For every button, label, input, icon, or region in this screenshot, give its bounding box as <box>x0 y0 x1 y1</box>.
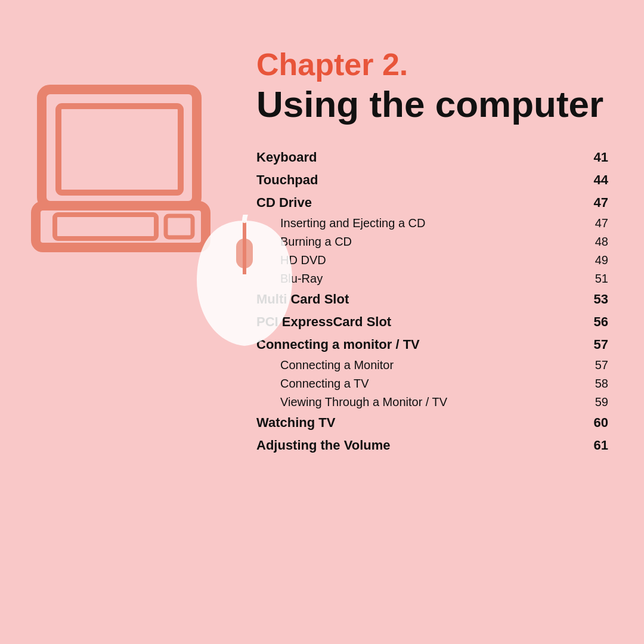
toc-page-number: 41 <box>538 146 608 169</box>
toc-table: Keyboard41Touchpad44CD Drive47Inserting … <box>256 146 608 457</box>
mouse-illustration <box>191 215 298 352</box>
svg-rect-4 <box>166 216 193 237</box>
toc-sub-item: Blu-Ray51 <box>256 270 608 288</box>
svg-rect-6 <box>236 239 253 268</box>
toc-main-item: CD Drive47 <box>256 191 608 214</box>
toc-entry-name: Inserting and Ejecting a CD <box>256 214 538 233</box>
toc-page-number: 49 <box>538 251 608 270</box>
toc-entry-name: Adjusting the Volume <box>256 434 538 457</box>
svg-rect-1 <box>58 106 181 193</box>
toc-main-item: Touchpad44 <box>256 169 608 191</box>
toc-sub-item: Burning a CD48 <box>256 233 608 251</box>
toc-entry-name: Viewing Through a Monitor / TV <box>256 393 538 411</box>
toc-entry-name: Watching TV <box>256 411 538 434</box>
toc-sub-item: Inserting and Ejecting a CD47 <box>256 214 608 233</box>
toc-entry-name: CD Drive <box>256 191 538 214</box>
toc-entry-name: Touchpad <box>256 169 538 191</box>
toc-page-number: 53 <box>538 288 608 311</box>
laptop-illustration <box>30 83 215 262</box>
toc-entry-name: Connecting a TV <box>256 374 538 393</box>
toc-page-number: 56 <box>538 311 608 333</box>
toc-main-item: Watching TV60 <box>256 411 608 434</box>
toc-entry-name: Multi Card Slot <box>256 288 538 311</box>
toc-entry-name: PCI ExpressCard Slot <box>256 311 538 333</box>
toc-main-item: Connecting a monitor / TV57 <box>256 333 608 356</box>
toc-main-item: Multi Card Slot53 <box>256 288 608 311</box>
toc-page-number: 60 <box>538 411 608 434</box>
toc-page-number: 47 <box>538 214 608 233</box>
toc-main-item: Keyboard41 <box>256 146 608 169</box>
toc-sub-item: HD DVD49 <box>256 251 608 270</box>
content-area: Chapter 2. Using the computer Keyboard41… <box>256 48 644 457</box>
toc-page-number: 48 <box>538 233 608 251</box>
toc-entry-name: Blu-Ray <box>256 270 538 288</box>
toc-page-number: 47 <box>538 191 608 214</box>
toc-main-item: PCI ExpressCard Slot56 <box>256 311 608 333</box>
toc-entry-name: Burning a CD <box>256 233 538 251</box>
toc-entry-name: Connecting a monitor / TV <box>256 333 538 356</box>
toc-page-number: 44 <box>538 169 608 191</box>
toc-sub-item: Connecting a Monitor57 <box>256 356 608 374</box>
chapter-title: Using the computer <box>256 84 608 125</box>
svg-rect-2 <box>36 206 206 247</box>
chapter-label: Chapter 2. <box>256 48 608 82</box>
toc-page-number: 57 <box>538 356 608 374</box>
toc-entry-name: Keyboard <box>256 146 538 169</box>
toc-entry-name: HD DVD <box>256 251 538 270</box>
toc-page-number: 61 <box>538 434 608 457</box>
toc-main-item: Adjusting the Volume61 <box>256 434 608 457</box>
toc-sub-item: Connecting a TV58 <box>256 374 608 393</box>
toc-entry-name: Connecting a Monitor <box>256 356 538 374</box>
toc-page-number: 51 <box>538 270 608 288</box>
page-container: Chapter 2. Using the computer Keyboard41… <box>0 0 644 644</box>
svg-rect-3 <box>55 215 156 239</box>
toc-sub-item: Viewing Through a Monitor / TV59 <box>256 393 608 411</box>
toc-page-number: 57 <box>538 333 608 356</box>
toc-page-number: 59 <box>538 393 608 411</box>
toc-page-number: 58 <box>538 374 608 393</box>
